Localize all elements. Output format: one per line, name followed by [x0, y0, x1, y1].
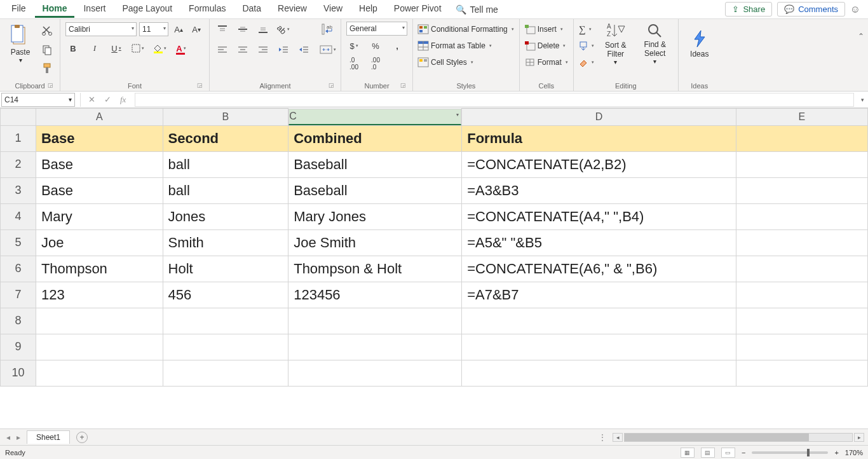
cell-E8[interactable]	[736, 308, 867, 334]
paste-button[interactable]: Paste▾	[5, 22, 36, 66]
sheet-tab[interactable]: Sheet1	[27, 430, 70, 444]
enter-formula-icon[interactable]: ✓	[104, 95, 111, 104]
decrease-decimal-button[interactable]: .00.0	[368, 56, 383, 71]
zoom-out-button[interactable]: −	[742, 449, 745, 456]
italic-button[interactable]: I	[87, 41, 102, 56]
cell-A4[interactable]: Mary	[36, 203, 163, 230]
cell-A7[interactable]: 123	[36, 282, 163, 308]
conditional-formatting-button[interactable]: Conditional Formatting	[418, 23, 514, 36]
align-right-button[interactable]	[255, 42, 271, 57]
decrease-indent-button[interactable]	[276, 42, 291, 57]
row-header-7[interactable]: 7	[1, 282, 36, 308]
cell-D6[interactable]: =CONCATENATE(A6," & ",B6)	[462, 256, 736, 282]
cell-E6[interactable]	[736, 256, 867, 282]
cell-C10[interactable]	[288, 360, 462, 386]
tab-review[interactable]: Review	[270, 1, 315, 18]
tab-home[interactable]: Home	[35, 1, 75, 18]
autosum-button[interactable]: ∑	[579, 23, 594, 36]
col-header-D[interactable]: D	[462, 109, 736, 126]
dialog-launcher-icon[interactable]: ◲	[329, 82, 334, 88]
zoom-slider[interactable]	[752, 451, 828, 454]
merge-center-button[interactable]	[320, 42, 336, 57]
row-header-9[interactable]: 9	[1, 334, 36, 360]
cell-B9[interactable]	[163, 334, 288, 360]
fill-button[interactable]	[579, 39, 594, 52]
tab-file[interactable]: File	[4, 1, 34, 18]
tab-data[interactable]: Data	[234, 1, 269, 18]
cell-C4[interactable]: Mary Jones	[288, 203, 462, 230]
cell-D4[interactable]: =CONCATENATE(A4," ",B4)	[462, 203, 736, 230]
cell-C7[interactable]: 123456	[288, 282, 462, 308]
cell-D7[interactable]: =A7&B7	[462, 282, 736, 308]
cell-C9[interactable]	[288, 334, 462, 360]
cell-D2[interactable]: =CONCATENATE(A2,B2)	[462, 151, 736, 177]
cell-C8[interactable]	[288, 308, 462, 334]
font-color-button[interactable]: A	[173, 41, 189, 56]
format-cells-button[interactable]: Format	[525, 56, 568, 69]
cell-C2[interactable]: Baseball	[288, 151, 462, 177]
scroll-left-button[interactable]: ◂	[613, 433, 623, 442]
cell-B8[interactable]	[163, 308, 288, 334]
zoom-in-button[interactable]: +	[834, 449, 838, 456]
normal-view-button[interactable]: ▦	[681, 448, 695, 458]
tab-formulas[interactable]: Formulas	[181, 1, 233, 18]
cell-A8[interactable]	[36, 308, 163, 334]
dialog-launcher-icon[interactable]: ◲	[197, 82, 203, 88]
cell-A6[interactable]: Thompson	[36, 256, 163, 282]
tab-power-pivot[interactable]: Power Pivot	[386, 1, 449, 18]
cell-B1[interactable]: Second	[163, 125, 288, 151]
cell-D5[interactable]: =A5&" "&B5	[462, 230, 736, 256]
split-handle[interactable]: ⋮	[599, 433, 606, 442]
cell-D9[interactable]	[462, 334, 736, 360]
dialog-launcher-icon[interactable]: ◲	[48, 82, 53, 88]
fill-color-button[interactable]	[152, 41, 167, 56]
add-sheet-button[interactable]: +	[76, 432, 88, 443]
increase-font-button[interactable]: A▴	[171, 22, 186, 37]
accounting-format-button[interactable]: $	[346, 38, 362, 53]
orientation-button[interactable]: ab	[276, 22, 291, 37]
copy-button[interactable]	[39, 42, 55, 57]
cell-A2[interactable]: Base	[36, 151, 163, 177]
cell-D3[interactable]: =A3&B3	[462, 177, 736, 203]
tab-page-layout[interactable]: Page Layout	[114, 1, 180, 18]
number-format-select[interactable]: General	[346, 22, 407, 36]
cell-A10[interactable]	[36, 360, 163, 386]
font-size-select[interactable]: 11	[139, 22, 168, 36]
bold-button[interactable]: B	[65, 41, 81, 56]
cell-D8[interactable]	[462, 308, 736, 334]
align-center-button[interactable]	[235, 42, 250, 57]
cell-E10[interactable]	[736, 360, 867, 386]
font-name-select[interactable]: Calibri	[65, 22, 137, 36]
cancel-formula-icon[interactable]: ✕	[88, 95, 95, 104]
underline-button[interactable]: U	[109, 41, 124, 56]
cell-C6[interactable]: Thompson & Holt	[288, 256, 462, 282]
increase-indent-button[interactable]	[296, 42, 311, 57]
cut-button[interactable]	[39, 23, 55, 38]
hscroll-thumb[interactable]	[625, 434, 809, 441]
tab-view[interactable]: View	[316, 1, 350, 18]
col-header-C[interactable]: C	[288, 109, 461, 125]
cell-A1[interactable]: Base	[36, 125, 163, 151]
sort-filter-button[interactable]: AZ Sort & Filter▾	[598, 22, 634, 66]
cell-A5[interactable]: Joe	[36, 230, 163, 256]
comments-button[interactable]: 💬Comments	[777, 2, 845, 17]
format-painter-button[interactable]	[39, 61, 55, 76]
expand-formula-bar-button[interactable]: ▾	[857, 97, 868, 103]
zoom-level[interactable]: 170%	[845, 449, 863, 456]
row-header-6[interactable]: 6	[1, 256, 36, 282]
align-top-button[interactable]	[215, 22, 230, 37]
cell-B3[interactable]: ball	[163, 177, 288, 203]
share-button[interactable]: ⇪Share	[725, 2, 772, 17]
row-header-2[interactable]: 2	[1, 151, 36, 177]
cell-E7[interactable]	[736, 282, 867, 308]
dialog-launcher-icon[interactable]: ◲	[400, 82, 406, 88]
next-sheet-button[interactable]: ▸	[17, 433, 20, 442]
cell-E3[interactable]	[736, 177, 867, 203]
cell-D1[interactable]: Formula	[462, 125, 736, 151]
format-as-table-button[interactable]: Format as Table	[418, 39, 514, 52]
page-break-view-button[interactable]: ▭	[721, 448, 735, 458]
align-bottom-button[interactable]	[255, 22, 271, 37]
select-all-corner[interactable]	[1, 109, 36, 126]
cell-A3[interactable]: Base	[36, 177, 163, 203]
col-header-E[interactable]: E	[736, 109, 867, 126]
